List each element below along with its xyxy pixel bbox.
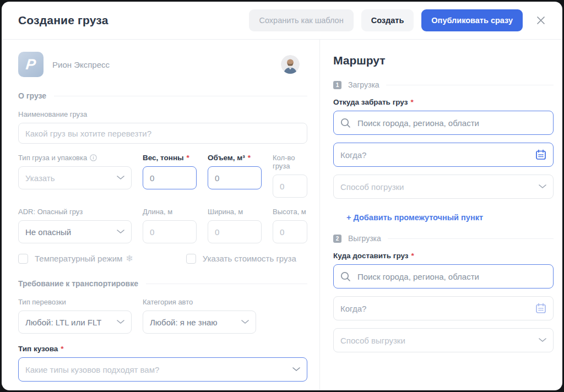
section-transport-title: Требование к транспортировке: [18, 279, 138, 288]
transport-type-select[interactable]: Любой: LTL или FLT: [18, 311, 132, 334]
length-input[interactable]: [150, 227, 189, 237]
cargo-weight-input[interactable]: [150, 173, 189, 183]
loading-method-select[interactable]: Способ погрузки: [333, 175, 554, 199]
delivery-label: Куда доставить груз: [333, 252, 409, 260]
loading-step-title: Загрузка: [348, 80, 379, 89]
chevron-down-icon: [292, 367, 300, 372]
cargo-type-label: Тип груза и упаковка: [18, 154, 87, 162]
checkbox-icon[interactable]: [186, 254, 196, 264]
length-field: Длина, м: [143, 208, 197, 243]
body-type-label: Тип кузова: [18, 345, 58, 353]
pickup-date-input[interactable]: [340, 150, 535, 160]
cargo-count-field: Кол-во груза: [273, 154, 307, 198]
delivery-date-input[interactable]: [340, 304, 535, 313]
delivery-search-input[interactable]: [357, 272, 546, 281]
cargo-name-input[interactable]: [25, 129, 300, 138]
transport-type-label: Тип перевозки: [18, 298, 132, 306]
section-divider: [386, 85, 554, 85]
required-mark: *: [187, 154, 189, 162]
calendar-icon[interactable]: [535, 303, 546, 314]
checkbox-icon[interactable]: [18, 254, 28, 264]
cargo-name-field: [18, 123, 307, 144]
vehicle-category-select[interactable]: Любой: я не знаю: [143, 311, 256, 334]
close-icon[interactable]: [533, 12, 549, 29]
delivery-search-field: [333, 264, 554, 288]
unloading-method-select[interactable]: Способ выгрузки: [333, 328, 554, 352]
required-mark: *: [248, 154, 251, 162]
pickup-label: Откуда забрать груз: [333, 98, 408, 106]
cargo-type-field: Тип груза и упаковка Указать: [18, 154, 132, 198]
cargo-volume-input[interactable]: [215, 173, 254, 183]
width-box: [208, 220, 262, 243]
pickup-search-input[interactable]: [357, 118, 546, 128]
create-button[interactable]: Создать: [361, 9, 414, 31]
calendar-icon[interactable]: [535, 149, 546, 160]
snowflake-icon: ❄: [126, 253, 133, 264]
length-label: Длина, м: [143, 208, 197, 216]
modal-header: Создание груза Сохранить как шаблон Созд…: [2, 2, 562, 40]
section-about-cargo-title: О грузе: [18, 91, 46, 100]
cargo-name-label: Наименование груза: [18, 110, 307, 118]
section-divider: [388, 238, 554, 239]
cargo-weight-field: Вес, тонны *: [143, 154, 197, 198]
route-column: Маршрут 1 Загрузка Откуда забрать груз *: [320, 40, 562, 390]
company-logo-letter: Р: [25, 56, 36, 73]
unloading-method-placeholder: Способ выгрузки: [340, 336, 405, 345]
adr-select[interactable]: Не опасный: [18, 220, 132, 243]
cargo-count-input[interactable]: [280, 182, 300, 191]
transport-type-value: Любой: LTL или FLT: [25, 318, 101, 327]
adr-value: Не опасный: [25, 227, 71, 237]
delivery-date-field: [333, 296, 554, 320]
search-icon: [340, 118, 351, 128]
unloading-step-title: Выгрузка: [348, 234, 381, 243]
required-mark: *: [61, 345, 63, 353]
create-cargo-modal: Создание груза Сохранить как шаблон Созд…: [2, 2, 562, 390]
width-label: Ширина, м: [208, 208, 262, 216]
cargo-volume-label: Объем, м³: [208, 154, 245, 162]
adr-label: ADR: Опасный груз: [18, 208, 132, 216]
loading-step-header: 1 Загрузка: [333, 80, 554, 89]
step-2-badge: 2: [333, 235, 341, 243]
body-type-select[interactable]: Какие типы кузовов подходят вам?: [18, 357, 307, 382]
temperature-checkbox[interactable]: Температурный режим ❄: [18, 253, 133, 264]
chevron-down-icon: [117, 230, 124, 234]
cargo-column: Р Рион Экспресс О грузе Наименов: [2, 40, 320, 390]
cargo-count-box: [273, 175, 307, 198]
pickup-search-field: [333, 111, 554, 135]
add-waypoint-link[interactable]: + Добавить промежуточный пункт: [346, 213, 483, 222]
pickup-date-field: [333, 143, 554, 167]
page-title: Создание груза: [18, 14, 109, 27]
info-icon: [90, 154, 97, 161]
avatar[interactable]: [281, 55, 300, 74]
cargo-type-select[interactable]: Указать: [18, 166, 132, 189]
length-box: [143, 220, 197, 243]
cargo-volume-field: Объем, м³ *: [208, 154, 262, 198]
height-input[interactable]: [280, 227, 300, 237]
cost-checkbox[interactable]: Указать стоимость груза: [186, 254, 296, 264]
height-field: Высота, м: [273, 208, 307, 243]
section-transport: Требование к транспортировке: [18, 279, 307, 288]
header-actions: Сохранить как шаблон Создать Опубликоват…: [249, 9, 549, 31]
company-name: Рион Экспресс: [52, 60, 110, 69]
vehicle-category-field: Категория авто Любой: я не знаю: [143, 298, 256, 334]
cargo-weight-label: Вес, тонны: [143, 154, 184, 162]
width-input[interactable]: [215, 227, 254, 237]
vehicle-category-label: Категория авто: [143, 298, 256, 306]
step-1-badge: 1: [333, 81, 341, 89]
company-logo: Р: [18, 52, 44, 77]
chevron-down-icon: [539, 338, 546, 342]
temperature-checkbox-label: Температурный режим: [35, 254, 122, 263]
required-mark: *: [411, 252, 414, 260]
cargo-weight-box: [143, 166, 197, 189]
save-template-button[interactable]: Сохранить как шаблон: [249, 9, 353, 31]
transport-type-field: Тип перевозки Любой: LTL или FLT: [18, 298, 132, 334]
body-type-placeholder: Какие типы кузовов подходят вам?: [25, 365, 159, 374]
cost-checkbox-label: Указать стоимость груза: [203, 254, 296, 263]
cargo-count-label: Кол-во груза: [273, 154, 307, 170]
adr-field: ADR: Опасный груз Не опасный: [18, 208, 132, 243]
cargo-volume-box: [208, 166, 262, 189]
publish-button[interactable]: Опубликовать сразу: [421, 9, 523, 31]
loading-method-placeholder: Способ погрузки: [340, 182, 404, 192]
height-box: [273, 220, 307, 243]
vehicle-category-value: Любой: я не знаю: [150, 318, 218, 327]
